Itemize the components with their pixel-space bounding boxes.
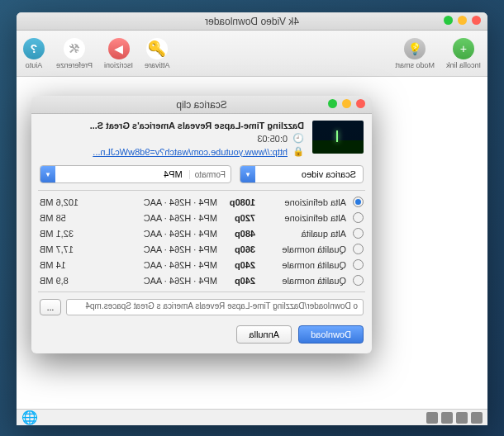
quality-resolution: 240p: [217, 260, 255, 270]
subscriptions-button[interactable]: ▶ Iscrizioni: [104, 38, 133, 69]
select-row: Scarica video ▼ Formato MP4 ▼: [31, 162, 372, 190]
traffic-lights: [444, 16, 481, 25]
bulb-icon: 💡: [404, 38, 426, 59]
quality-option[interactable]: Alta definizione720pMP4 · H264 · AAC58 M…: [31, 210, 372, 225]
minimize-icon[interactable]: [458, 16, 467, 25]
radio-icon: [353, 259, 364, 270]
quality-size: 17,7 MB: [40, 244, 91, 254]
radio-icon: [353, 197, 364, 207]
toolbar: + Incolla link 💡 Modo smart 🔑 Attivare ▶…: [17, 31, 487, 77]
quality-label: Qualità normale: [255, 244, 346, 254]
cancel-button[interactable]: Annulla: [236, 325, 292, 344]
format-value: MP4: [147, 169, 189, 179]
quality-codec: MP4 · H264 · AAC: [91, 213, 217, 223]
download-dialog: Scarica clip Dazzling Time-Lapse Reveals…: [31, 96, 372, 353]
download-button[interactable]: Download: [298, 325, 364, 344]
chevron-down-icon: ▼: [40, 166, 55, 182]
quality-size: 102,6 MB: [40, 197, 91, 207]
minimize-icon[interactable]: [342, 99, 351, 108]
quality-codec: MP4 · H264 · AAC: [91, 197, 217, 207]
quality-resolution: 720p: [217, 213, 255, 223]
toolbar-label: Incolla link: [446, 61, 481, 69]
quality-size: 8,9 MB: [40, 276, 91, 286]
quality-option[interactable]: Alta qualità480pMP4 · H264 · AAC32,1 MB: [31, 225, 372, 241]
clock-icon: 🕒: [292, 133, 304, 144]
lock-icon: 🔒: [292, 146, 304, 157]
quality-resolution: 1080p: [217, 197, 255, 207]
chevron-down-icon: ▼: [240, 166, 255, 182]
video-duration: 0:05:03: [257, 134, 288, 144]
plus-icon: +: [453, 38, 474, 59]
quality-size: 58 MB: [40, 213, 91, 223]
statusbar: 🌐: [17, 409, 487, 425]
traffic-lights: [328, 99, 365, 108]
main-titlebar: 4k Video Downloader: [17, 12, 487, 31]
help-icon: ?: [23, 38, 45, 59]
quality-codec: MP4 · H264 · AAC: [91, 244, 217, 254]
quality-option[interactable]: Qualità normale360pMP4 · H264 · AAC17,7 …: [31, 241, 372, 257]
quality-option[interactable]: Alta definizione1080pMP4 · H264 · AAC102…: [31, 194, 372, 210]
radio-icon: [353, 244, 364, 254]
wrench-icon: 🛠: [64, 38, 85, 59]
quality-resolution: 480p: [217, 229, 255, 239]
quality-size: 14 MB: [40, 260, 91, 270]
quality-codec: MP4 · H264 · AAC: [91, 260, 217, 270]
quality-list: Alta definizione1080pMP4 · H264 · AAC102…: [31, 191, 372, 291]
toolbar-label: Preferenze: [56, 61, 93, 69]
toolbar-label: Iscrizioni: [104, 61, 133, 69]
window-title: 4k Video Downloader: [205, 16, 299, 27]
zoom-icon[interactable]: [444, 16, 453, 25]
radio-icon: [353, 275, 364, 286]
share-icon[interactable]: [426, 412, 438, 424]
toolbar-label: Modo smart: [395, 61, 435, 69]
help-button[interactable]: ? Aiuto: [23, 38, 45, 69]
paste-link-button[interactable]: + Incolla link: [446, 38, 481, 69]
close-icon[interactable]: [356, 99, 365, 108]
preferences-button[interactable]: 🛠 Preferenze: [56, 38, 93, 69]
dialog-buttons: Download Annulla: [31, 319, 372, 353]
youtube-icon: ▶: [108, 38, 130, 59]
format-label: Formato: [189, 170, 231, 179]
dialog-titlebar: Scarica clip: [31, 96, 372, 114]
format-select[interactable]: Formato MP4 ▼: [40, 165, 231, 183]
save-path-field[interactable]: o Downloader/Dazzling Time-Lapse Reveals…: [66, 299, 364, 315]
quality-label: Alta definizione: [255, 213, 346, 223]
radio-icon: [353, 212, 364, 223]
globe-icon[interactable]: 🌐: [21, 410, 38, 425]
share-icon[interactable]: [456, 412, 468, 424]
browse-button[interactable]: ...: [40, 299, 61, 315]
action-select[interactable]: Scarica video ▼: [240, 165, 364, 183]
close-icon[interactable]: [472, 16, 481, 25]
activate-button[interactable]: 🔑 Attivare: [145, 38, 170, 69]
quality-label: Alta definizione: [255, 197, 346, 207]
toolbar-label: Attivare: [145, 61, 170, 69]
action-select-value: Scarica video: [285, 169, 363, 179]
quality-option[interactable]: Qualità normale240pMP4 · H264 · AAC8,9 M…: [31, 272, 372, 288]
quality-resolution: 240p: [217, 276, 255, 286]
key-icon: 🔑: [146, 38, 168, 59]
quality-codec: MP4 · H264 · AAC: [91, 276, 217, 286]
video-thumbnail: [312, 121, 364, 154]
smart-mode-button[interactable]: 💡 Modo smart: [395, 38, 435, 69]
quality-option[interactable]: Qualità normale240pMP4 · H264 · AAC14 MB: [31, 257, 372, 272]
toolbar-label: Aiuto: [26, 61, 43, 69]
video-url[interactable]: http://www.youtube.com/watch?v=9d8wWcJLn…: [93, 147, 288, 157]
dialog-title: Scarica clip: [176, 99, 226, 111]
quality-size: 32,1 MB: [40, 229, 91, 239]
video-title: Dazzling Time-Lapse Reveals America's Gr…: [40, 121, 304, 130]
share-icon[interactable]: [441, 412, 453, 424]
quality-label: Alta qualità: [255, 229, 346, 239]
quality-label: Qualità normale: [255, 260, 346, 270]
path-row: o Downloader/Dazzling Time-Lapse Reveals…: [31, 292, 372, 319]
quality-codec: MP4 · H264 · AAC: [91, 229, 217, 239]
share-icon[interactable]: [471, 412, 483, 424]
video-header: Dazzling Time-Lapse Reveals America's Gr…: [31, 114, 372, 162]
zoom-icon[interactable]: [328, 99, 337, 108]
quality-label: Qualità normale: [255, 276, 346, 286]
radio-icon: [353, 228, 364, 239]
quality-resolution: 360p: [217, 244, 255, 254]
